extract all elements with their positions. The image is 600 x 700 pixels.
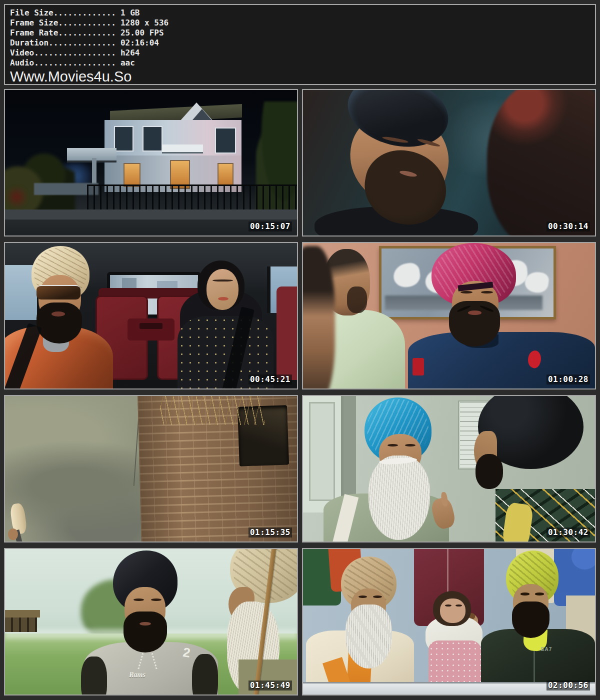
woman-face (206, 269, 238, 310)
timestamp-overlay: 00:45:21 (248, 374, 292, 384)
dot-leader: .............. (48, 38, 116, 48)
info-label: Video (10, 48, 34, 58)
timestamp-overlay: 02:00:56 (546, 680, 590, 690)
video-thumbnail-8: EA7 02:00:56 (302, 548, 596, 696)
jersey-brand-text: Rams (129, 671, 146, 679)
window (142, 126, 162, 152)
video-thumbnail-3: 00:45:21 (4, 242, 298, 390)
seat-bolster (276, 286, 297, 380)
info-value: h264 (116, 48, 140, 58)
info-label: Duration (10, 38, 48, 48)
dot-leader: ............ (58, 18, 116, 28)
scene-house-night (5, 90, 297, 236)
scene-pink-turban-room (303, 243, 595, 388)
dot-leader: ................. (34, 58, 116, 68)
white-beard (368, 456, 430, 540)
iron-fence (87, 184, 297, 210)
balcony (162, 144, 203, 154)
timestamp-overlay: 00:15:07 (248, 222, 292, 232)
thumbnail-grid: 00:15:07 00:30:14 (4, 89, 596, 696)
listener-beard (347, 286, 368, 312)
lit-window (124, 163, 140, 187)
timestamp-overlay: 00:30:14 (546, 222, 590, 232)
dot-leader: ................. (34, 48, 116, 58)
site-watermark: Www.Movies4u.So (10, 68, 590, 84)
dot-leader: ............. (54, 8, 116, 18)
media-preview-sheet: File Size.............1 GB Frame Size...… (0, 0, 600, 700)
farm-structure (5, 618, 37, 632)
scene-field-conversation: 2 Rams (5, 549, 297, 694)
hand (8, 528, 18, 540)
sidewalk (5, 210, 297, 220)
eye (520, 592, 530, 595)
video-thumbnail-2: 00:30:14 (302, 89, 596, 236)
foreground-head (487, 90, 595, 236)
window (114, 126, 134, 152)
timestamp-overlay: 01:00:28 (546, 374, 590, 384)
info-line-audio-codec: Audio.................aac (10, 58, 590, 68)
woman-lips (218, 297, 228, 300)
info-value: 25.00 FPS (116, 28, 164, 38)
info-line-duration: Duration..............02:16:04 (10, 38, 590, 48)
video-thumbnail-4: 01:00:28 (302, 242, 596, 390)
black-beard (512, 602, 550, 638)
black-sleeve (81, 656, 108, 694)
video-thumbnail-5: 01:15:35 (4, 395, 298, 542)
info-value: 02:16:04 (116, 38, 159, 48)
video-thumbnail-1: 00:15:07 (4, 89, 298, 236)
scene-car-interior (5, 243, 297, 388)
girl-face (440, 598, 465, 623)
armrest-slot (140, 323, 163, 329)
window (215, 128, 236, 153)
black-beard (124, 612, 168, 652)
pink-floral-dress (428, 640, 481, 686)
foreground-listener (303, 246, 335, 388)
video-thumbnail-7: 2 Rams 01:45:49 (4, 548, 298, 696)
eye (445, 604, 452, 606)
black-sleeve (192, 654, 218, 694)
scene-brick-wall (5, 396, 297, 542)
eye (456, 604, 462, 606)
timestamp-overlay: 01:15:35 (248, 528, 292, 538)
info-value: 1 GB (116, 8, 140, 18)
driver-mouth (52, 312, 64, 316)
mouth (140, 622, 151, 626)
info-value: aac (116, 58, 135, 68)
info-label: Frame Size (10, 18, 58, 28)
scene-audience: EA7 (303, 549, 595, 694)
armrest (128, 318, 174, 340)
driver-beard (36, 302, 82, 343)
file-info-panel: File Size.............1 GB Frame Size...… (4, 4, 596, 85)
scene-blue-turban-elder (303, 396, 595, 542)
info-label: Frame Rate (10, 28, 58, 38)
info-line-file-size: File Size.............1 GB (10, 8, 590, 18)
red-sleeve-number (412, 358, 424, 376)
sunglasses (36, 285, 80, 299)
info-line-frame-rate: Frame Rate............25.00 FPS (10, 28, 590, 38)
dot-leader: ............ (58, 28, 116, 38)
open-mouth (468, 310, 482, 315)
video-thumbnail-6: 01:30:42 (302, 395, 596, 542)
timestamp-overlay: 01:30:42 (546, 528, 590, 538)
info-line-video-codec: Video.................h264 (10, 48, 590, 58)
info-label: Audio (10, 58, 34, 68)
info-value: 1280 x 536 (116, 18, 168, 28)
dry-grass (160, 396, 265, 425)
farm-structure-roof (5, 610, 40, 618)
red-plant (5, 186, 28, 208)
timestamp-overlay: 01:45:49 (248, 680, 292, 690)
black-beard (476, 454, 503, 489)
eye (535, 592, 544, 595)
info-label: File Size (10, 8, 54, 18)
jacket-brand-text: EA7 (541, 646, 552, 652)
scene-man-closeup (303, 90, 595, 236)
house (104, 108, 242, 192)
door-panel (309, 402, 336, 501)
white-beard (346, 604, 392, 668)
info-line-frame-size: Frame Size............1280 x 536 (10, 18, 590, 28)
lit-window (218, 163, 233, 186)
speaker-beard (449, 301, 500, 346)
